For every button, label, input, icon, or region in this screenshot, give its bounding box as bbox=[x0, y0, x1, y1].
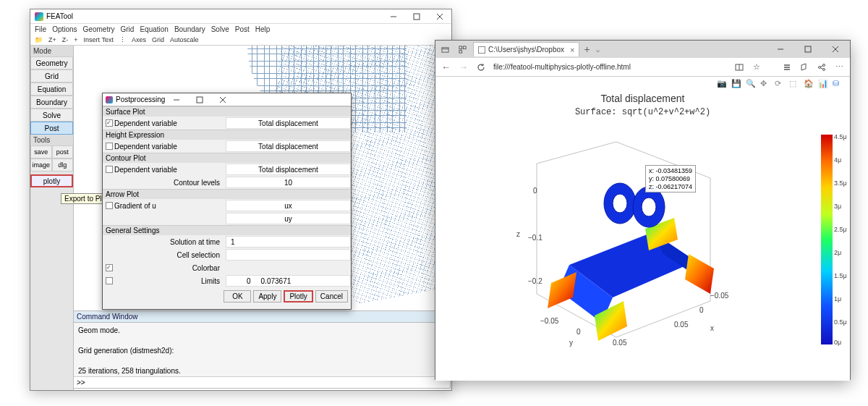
folder-icon[interactable]: 📁 bbox=[35, 36, 43, 43]
limits-checkbox[interactable] bbox=[106, 277, 113, 284]
menu-post[interactable]: Post bbox=[235, 25, 250, 33]
tab-chevron-icon[interactable]: ⌄ bbox=[595, 45, 601, 54]
y-tick-2: 0.05 bbox=[613, 339, 626, 347]
plotly-toolbar: 📷 💾 🔍 ✥ ⟳ ⬚ 🏠 📊 ⛁ bbox=[435, 77, 850, 91]
favorite-icon[interactable]: ☆ bbox=[752, 62, 762, 72]
apply-button[interactable]: Apply bbox=[253, 290, 281, 303]
save-icon[interactable]: 💾 bbox=[731, 79, 741, 89]
forward-button[interactable]: → bbox=[459, 62, 469, 72]
post-minimize-button[interactable] bbox=[165, 93, 188, 106]
url-field[interactable]: file:///featool-multiphysics-plotly-offl… bbox=[493, 63, 727, 71]
new-tab-button[interactable]: + bbox=[584, 43, 590, 55]
y-tick-0: −0.05 bbox=[540, 317, 558, 325]
zoom-out-button[interactable]: Z- bbox=[62, 36, 69, 43]
menu-equation[interactable]: Equation bbox=[140, 25, 168, 33]
gradient-label: Gradient of u bbox=[114, 202, 156, 210]
tab-overview-icon[interactable] bbox=[456, 43, 469, 56]
limits-field[interactable]: 00.073671 bbox=[226, 275, 351, 287]
height-value-field[interactable]: Total displacement bbox=[226, 140, 351, 152]
menu-boundary[interactable]: Boundary bbox=[174, 25, 205, 33]
separator-icon: ⋮ bbox=[119, 36, 126, 43]
mode-equation[interactable]: Equation bbox=[30, 83, 73, 96]
tab-close-icon[interactable]: × bbox=[570, 46, 574, 54]
colorbar-label: Colorbar bbox=[114, 264, 226, 272]
plotly-logo-icon[interactable]: ⛁ bbox=[833, 79, 843, 89]
arrow-checkbox[interactable] bbox=[106, 202, 113, 209]
contour-header: Contour Plot bbox=[103, 153, 351, 163]
z-tick-0: 0 bbox=[533, 187, 537, 195]
reading-view-icon[interactable] bbox=[734, 62, 744, 72]
orbit-icon[interactable]: ⟳ bbox=[775, 79, 785, 89]
axis-x-label: x bbox=[710, 324, 714, 332]
featool-menubar: File Options Geometry Grid Equation Boun… bbox=[30, 24, 451, 34]
turntable-icon[interactable]: ⬚ bbox=[789, 79, 799, 89]
tool-save[interactable]: save bbox=[30, 145, 52, 158]
contour-checkbox[interactable] bbox=[106, 166, 113, 173]
browser-maximize-button[interactable] bbox=[796, 43, 820, 56]
axes-toggle[interactable]: Axes bbox=[132, 36, 146, 43]
post-maximize-button[interactable] bbox=[188, 93, 211, 106]
minimize-button[interactable] bbox=[382, 10, 405, 23]
hub-icon[interactable] bbox=[782, 62, 792, 72]
mode-boundary[interactable]: Boundary bbox=[30, 96, 73, 109]
refresh-button[interactable] bbox=[476, 62, 486, 72]
favicon-icon bbox=[478, 46, 485, 54]
mode-grid[interactable]: Grid bbox=[30, 69, 73, 83]
mode-solve[interactable]: Solve bbox=[30, 109, 73, 122]
zoom-in-button[interactable]: Z+ bbox=[48, 36, 56, 43]
menu-geometry[interactable]: Geometry bbox=[83, 25, 115, 33]
menu-file[interactable]: File bbox=[35, 25, 46, 33]
tab-recent-icon[interactable] bbox=[438, 43, 451, 56]
z-tick-1: −0.1 bbox=[528, 234, 542, 242]
command-window-input[interactable]: >> bbox=[74, 376, 450, 388]
grid-toggle[interactable]: Grid bbox=[152, 36, 164, 43]
browser-close-button[interactable] bbox=[824, 43, 847, 56]
surface-value-field[interactable]: Total displacement bbox=[226, 117, 351, 129]
insert-text-button[interactable]: Insert Text bbox=[84, 36, 114, 43]
mode-geometry[interactable]: Geometry bbox=[30, 56, 73, 69]
colorbar-checkbox[interactable] bbox=[106, 264, 113, 271]
mode-post[interactable]: Post bbox=[30, 122, 73, 135]
share-icon[interactable] bbox=[817, 62, 827, 72]
tool-dlg[interactable]: dlg bbox=[52, 158, 74, 172]
hover-closest-icon[interactable]: 📊 bbox=[818, 79, 828, 89]
contour-levels-field[interactable]: 10 bbox=[226, 177, 351, 188]
arrow-ux-field[interactable]: ux bbox=[226, 200, 351, 211]
tool-post[interactable]: post bbox=[52, 145, 74, 158]
browser-minimize-button[interactable] bbox=[769, 43, 792, 56]
postprocessing-dialog: Postprocessing Surface Plot Dependent va… bbox=[102, 93, 352, 310]
axis-z-label: z bbox=[516, 230, 520, 238]
zoom-icon[interactable]: 🔍 bbox=[746, 79, 756, 89]
arrow-uy-field[interactable]: uy bbox=[226, 213, 351, 224]
autoscale-button[interactable]: Autoscale bbox=[170, 36, 199, 43]
height-checkbox[interactable] bbox=[106, 143, 113, 150]
camera-icon[interactable]: 📷 bbox=[717, 79, 727, 89]
post-close-button[interactable] bbox=[211, 93, 234, 106]
axis-y-label: y bbox=[569, 339, 573, 347]
menu-help[interactable]: Help bbox=[255, 25, 271, 33]
tool-image[interactable]: image bbox=[30, 158, 52, 172]
ok-button[interactable]: OK bbox=[224, 290, 251, 303]
notes-icon[interactable] bbox=[799, 62, 809, 72]
more-icon[interactable]: ⋯ bbox=[834, 62, 844, 72]
menu-grid[interactable]: Grid bbox=[121, 25, 135, 33]
pan-icon[interactable]: ✥ bbox=[760, 79, 770, 89]
plotly-button[interactable]: Plotly bbox=[284, 290, 312, 303]
maximize-button[interactable] bbox=[405, 10, 428, 23]
tools-section-label: Tools bbox=[30, 135, 73, 145]
back-button[interactable]: ← bbox=[441, 62, 451, 72]
plus-button[interactable]: + bbox=[74, 36, 77, 43]
menu-options[interactable]: Options bbox=[52, 25, 77, 33]
post-dialog-title: Postprocessing bbox=[116, 96, 165, 103]
cancel-button[interactable]: Cancel bbox=[315, 290, 348, 303]
sol-time-field[interactable]: 1 bbox=[226, 236, 351, 248]
close-button[interactable] bbox=[428, 10, 451, 23]
plotly-export-button[interactable]: plotly bbox=[30, 174, 73, 187]
menu-solve[interactable]: Solve bbox=[211, 25, 229, 33]
reset-camera-icon[interactable]: 🏠 bbox=[804, 79, 814, 89]
browser-tab[interactable]: C:\Users\jshys\Dropbox × bbox=[473, 42, 579, 56]
surface-checkbox[interactable] bbox=[106, 119, 113, 127]
cell-sel-field[interactable] bbox=[226, 249, 351, 261]
contour-value-field[interactable]: Total displacement bbox=[226, 164, 351, 175]
plot-area[interactable]: Total displacement Surface: sqrt(u^2+v^2… bbox=[435, 93, 850, 381]
